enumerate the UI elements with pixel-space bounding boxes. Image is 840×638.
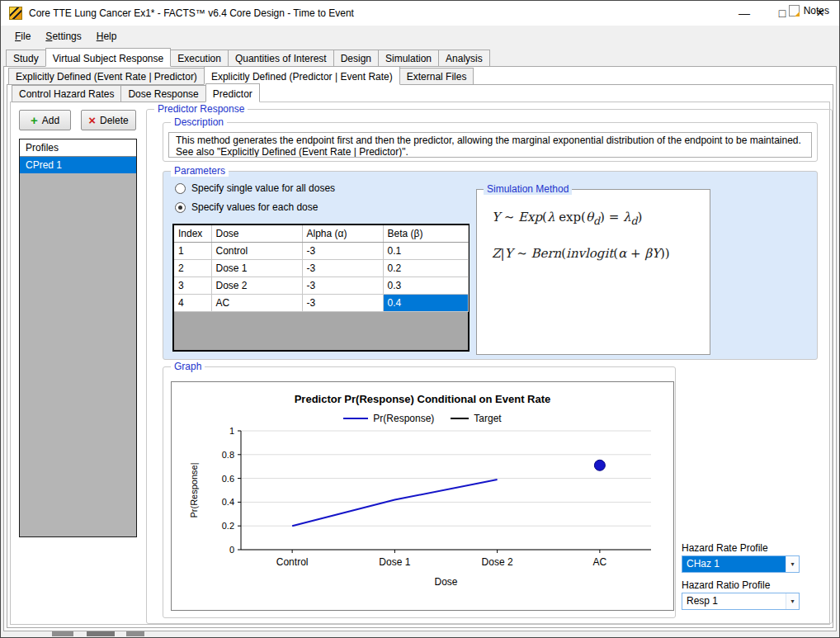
grid-row-dose2: 3 Dose 2 -3 0.3 (174, 277, 468, 295)
cell-beta-selected[interactable]: 0.4 (383, 295, 468, 312)
legend-label: Target (474, 413, 501, 424)
tab-study[interactable]: Study (6, 50, 46, 67)
tab-design[interactable]: Design (333, 50, 379, 67)
cell-index[interactable]: 4 (174, 295, 211, 312)
col-header-beta: Beta (β) (383, 225, 468, 243)
grid-header-row: Index Dose Alpha (α) Beta (β) (174, 225, 468, 243)
chart-plot: 00.20.40.60.81ControlDose 1Dose 2ACDoseP… (171, 424, 674, 599)
description-group: Description This method generates the en… (163, 122, 818, 162)
cell-alpha[interactable]: -3 (302, 277, 383, 295)
tab-predictor[interactable]: Predictor (205, 83, 260, 102)
hazard-rate-profile-combo[interactable]: CHaz 1 ▾ (682, 555, 800, 573)
tab-simulation[interactable]: Simulation (378, 50, 439, 67)
svg-text:0.6: 0.6 (222, 474, 234, 484)
simulation-formula-2: Z|Y ∼ Bern(invlogit(α + βY)) (492, 246, 670, 261)
menu-settings[interactable]: Settings (38, 27, 88, 45)
cell-index[interactable]: 3 (174, 277, 211, 295)
notes-icon (789, 5, 800, 17)
profiles-list-header: Profiles (20, 139, 136, 157)
cell-dose[interactable]: Dose 2 (211, 277, 302, 295)
cell-alpha[interactable]: -3 (302, 295, 383, 312)
chart-legend: Pr(Response) Target (343, 413, 501, 424)
minimize-icon: — (739, 7, 750, 20)
chart-title: Predictor Pr(Response) Conditional on Ev… (295, 393, 551, 405)
description-group-label: Description (171, 116, 227, 128)
radio-each-dose-label: Specify values for each dose (191, 201, 318, 213)
hazard-ratio-profile-label: Hazard Ratio Profile (682, 579, 770, 591)
chart-panel: Predictor Pr(Response) Conditional on Ev… (171, 381, 674, 611)
col-header-index: Index (174, 225, 211, 243)
bottom-artifact (52, 631, 73, 636)
parameters-group: Parameters Specify single value for all … (163, 171, 818, 360)
add-button[interactable]: + Add (19, 110, 71, 130)
svg-text:Dose 2: Dose 2 (482, 556, 513, 568)
cell-index[interactable]: 2 (174, 260, 211, 277)
minimize-button[interactable]: — (725, 1, 763, 26)
cell-alpha[interactable]: -3 (302, 260, 383, 277)
cell-dose[interactable]: Dose 1 (211, 260, 302, 277)
profiles-list: Profiles CPred 1 (19, 139, 137, 537)
description-text-panel: This method generates the endpoint first… (168, 132, 812, 158)
svg-text:0: 0 (229, 545, 234, 555)
chevron-down-icon[interactable]: ▾ (786, 593, 799, 609)
tab-control-hazard-rates[interactable]: Control Hazard Rates (12, 85, 121, 102)
window-title: Core TTE Lung Cancer Ex1* - FACTS™ v6.4 … (29, 7, 354, 19)
description-line-1: This method generates the endpoint first… (176, 135, 805, 146)
hazard-rate-profile-label: Hazard Rate Profile (682, 542, 768, 554)
cell-dose[interactable]: Control (211, 243, 302, 260)
tab-execution[interactable]: Execution (170, 50, 229, 67)
svg-text:Dose: Dose (434, 576, 457, 588)
parameters-group-label: Parameters (171, 165, 229, 177)
sub-tab-strip: Explicitly Defined (Event Rate | Predict… (8, 67, 473, 85)
tab-quantities-of-interest[interactable]: Quantities of Interest (228, 50, 334, 67)
dose-parameters-grid: Index Dose Alpha (α) Beta (β) 1 Control … (172, 224, 470, 352)
tab-explicitly-defined-predictor-event-rate[interactable]: Explicitly Defined (Predictor | Event Ra… (204, 66, 400, 85)
radio-single-value[interactable]: Specify single value for all doses (175, 182, 335, 194)
legend-target-line-icon (451, 418, 469, 419)
menu-file[interactable]: File (7, 27, 38, 45)
tab-external-files[interactable]: External Files (399, 68, 474, 85)
radio-each-dose-icon (175, 202, 186, 213)
delete-button-label: Delete (100, 115, 129, 126)
svg-text:1: 1 (229, 426, 234, 436)
hazard-rate-profile-value: CHaz 1 (682, 556, 786, 572)
tab-explicitly-defined-event-rate-predictor[interactable]: Explicitly Defined (Event Rate | Predict… (8, 68, 205, 85)
graph-group-label: Graph (171, 361, 205, 372)
cell-beta[interactable]: 0.2 (383, 260, 468, 277)
delete-icon: × (88, 116, 96, 125)
notes-label: Notes (804, 5, 829, 17)
notes-button[interactable]: Notes (786, 3, 833, 18)
radio-each-dose[interactable]: Specify values for each dose (175, 201, 318, 213)
simulation-formula-1: Y ∼ Exp(λ exp(θd) = λd) (492, 210, 642, 227)
radio-single-value-icon (175, 183, 186, 194)
svg-text:0.4: 0.4 (222, 497, 234, 507)
cell-beta[interactable]: 0.3 (383, 277, 468, 295)
menu-bar: File Settings Help (1, 26, 839, 47)
delete-button[interactable]: × Delete (81, 110, 136, 130)
profile-item-cpred1[interactable]: CPred 1 (20, 157, 136, 173)
tab-virtual-subject-response[interactable]: Virtual Subject Response (45, 48, 172, 67)
svg-text:0.2: 0.2 (222, 521, 234, 531)
grid-row-control: 1 Control -3 0.1 (174, 243, 468, 260)
cell-index[interactable]: 1 (174, 243, 211, 260)
simulation-method-box: Simulation Method Y ∼ Exp(λ exp(θd) = λd… (476, 189, 710, 355)
legend-label: Pr(Response) (373, 413, 434, 424)
graph-group: Graph Predictor Pr(Response) Conditional… (163, 366, 676, 618)
cell-alpha[interactable]: -3 (302, 243, 383, 260)
col-header-dose: Dose (211, 225, 302, 243)
radio-single-value-label: Specify single value for all doses (191, 182, 335, 194)
tab-analysis[interactable]: Analysis (438, 50, 490, 67)
cell-beta[interactable]: 0.1 (383, 243, 468, 260)
cell-dose[interactable]: AC (211, 295, 302, 312)
chevron-down-icon[interactable]: ▾ (786, 556, 799, 572)
legend-item-pr-response: Pr(Response) (343, 413, 434, 424)
tab-dose-response[interactable]: Dose Response (120, 85, 205, 102)
main-tab-strip: Study Virtual Subject Response Execution… (6, 49, 489, 67)
inner-tab-strip: Control Hazard Rates Dose Response Predi… (12, 84, 259, 102)
bottom-artifact (126, 631, 144, 636)
simulation-method-label: Simulation Method (484, 183, 572, 195)
svg-text:Dose 1: Dose 1 (379, 556, 410, 568)
hazard-ratio-profile-combo[interactable]: Resp 1 ▾ (682, 593, 800, 610)
svg-text:AC: AC (593, 556, 607, 568)
menu-help[interactable]: Help (89, 27, 125, 45)
